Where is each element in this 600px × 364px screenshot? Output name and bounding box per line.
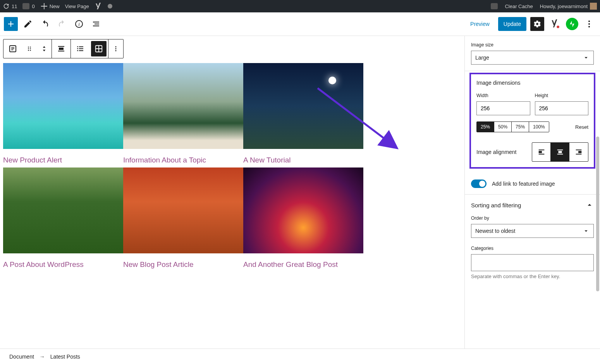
post-featured-image[interactable] (243, 167, 363, 253)
howdy-text: Howdy, joewarnimont (540, 3, 588, 9)
svg-point-10 (28, 48, 29, 50)
move-updown-button[interactable] (37, 39, 52, 58)
notification-icon (491, 3, 498, 9)
post-featured-image[interactable] (123, 167, 243, 253)
add-link-toggle[interactable] (471, 179, 487, 188)
order-by-label: Order by (471, 215, 594, 221)
svg-rect-21 (578, 151, 581, 153)
drag-handle[interactable] (22, 39, 37, 58)
svg-rect-19 (538, 151, 542, 153)
preset-25-button[interactable]: 25% (477, 122, 494, 132)
svg-point-12 (28, 50, 29, 51)
svg-point-17 (115, 48, 117, 50)
align-center-button[interactable] (551, 143, 569, 161)
image-dimensions-panel: Image dimensions Width Height 25% 50% 75… (469, 73, 595, 169)
post-featured-image[interactable] (123, 63, 243, 149)
editor-canvas[interactable]: New Product Alert Information About a To… (0, 36, 464, 349)
svg-rect-7 (10, 46, 16, 52)
adminbar-updates[interactable]: 11 (3, 3, 17, 9)
width-input[interactable] (476, 101, 530, 115)
post-title-link[interactable]: New Blog Post Article (123, 253, 243, 272)
add-link-label: Add link to featured image (492, 181, 555, 187)
image-dimensions-heading: Image dimensions (476, 80, 588, 86)
comments-count: 0 (32, 3, 34, 9)
adminbar-view-page[interactable]: View Page (65, 3, 89, 9)
post-title-link[interactable]: New Product Alert (3, 149, 123, 167)
post-item: New Product Alert (3, 63, 123, 167)
svg-point-13 (30, 50, 31, 51)
width-label: Width (476, 93, 530, 98)
align-right-button[interactable] (569, 143, 588, 161)
post-item: A New Tutorial (243, 63, 363, 167)
order-by-select[interactable]: Newest to oldest (471, 224, 594, 238)
categories-hint: Separate with commas or the Enter key. (471, 273, 594, 279)
svg-point-8 (28, 47, 29, 48)
alignment-group (532, 142, 588, 162)
adminbar-new[interactable]: New (40, 3, 60, 10)
adminbar-notifications[interactable] (491, 3, 498, 9)
edit-mode-button[interactable] (21, 17, 35, 31)
scrollbar[interactable] (596, 137, 599, 291)
block-toolbar (3, 39, 124, 58)
adminbar-comments[interactable]: 0 (22, 3, 34, 9)
block-type-button[interactable] (3, 39, 22, 58)
avatar (590, 3, 597, 10)
post-item: New Blog Post Article (123, 167, 243, 272)
size-preset-group: 25% 50% 75% 100% (476, 121, 549, 132)
align-button[interactable] (52, 39, 70, 58)
adminbar-account[interactable]: Howdy, joewarnimont (540, 3, 597, 10)
svg-point-11 (30, 48, 31, 50)
block-breadcrumb: Document → Latest Posts (0, 349, 600, 364)
svg-rect-15 (96, 46, 102, 52)
preview-button[interactable]: Preview (466, 18, 494, 30)
list-view-button[interactable] (71, 39, 89, 58)
preset-50-button[interactable]: 50% (494, 122, 512, 132)
align-left-button[interactable] (532, 143, 551, 161)
preset-75-button[interactable]: 75% (512, 122, 529, 132)
post-title-link[interactable]: And Another Great Blog Post (243, 253, 363, 272)
svg-point-0 (76, 21, 83, 27)
breadcrumb-block[interactable]: Latest Posts (50, 354, 80, 360)
post-featured-image[interactable] (3, 63, 123, 149)
grid-view-button[interactable] (91, 41, 107, 56)
image-size-select[interactable]: Large (471, 51, 594, 65)
outline-button[interactable] (89, 17, 103, 31)
svg-point-18 (115, 50, 117, 51)
jetpack-button[interactable] (566, 18, 578, 30)
height-input[interactable] (535, 101, 589, 115)
preset-100-button[interactable]: 100% (529, 122, 549, 132)
update-button[interactable]: Update (498, 17, 526, 31)
height-label: Height (535, 93, 589, 98)
new-label: New (50, 3, 60, 9)
post-title-link[interactable]: Information About a Topic (123, 149, 243, 167)
reset-button[interactable]: Reset (575, 124, 588, 130)
adminbar-clear-cache[interactable]: Clear Cache (505, 3, 533, 9)
categories-input[interactable] (471, 254, 594, 271)
post-title-link[interactable]: A Post About WordPress (3, 253, 123, 272)
editor-header: i Preview Update (0, 12, 600, 36)
svg-point-2 (557, 26, 559, 28)
sorting-filtering-header[interactable]: Sorting and filtering (465, 195, 600, 215)
svg-point-4 (588, 23, 590, 25)
undo-button[interactable] (38, 17, 52, 31)
svg-point-9 (30, 47, 31, 48)
yoast-button[interactable] (548, 17, 562, 31)
post-featured-image[interactable] (3, 167, 123, 253)
svg-point-16 (115, 46, 117, 48)
image-size-label: Image size (471, 42, 594, 48)
post-title-link[interactable]: A New Tutorial (243, 149, 363, 167)
more-menu-button[interactable] (582, 17, 596, 31)
image-alignment-label: Image alignment (476, 149, 517, 155)
post-featured-image[interactable] (243, 63, 363, 149)
latest-posts-block[interactable]: New Product Alert Information About a To… (3, 63, 461, 272)
add-block-button[interactable] (4, 17, 18, 31)
settings-button[interactable] (530, 17, 544, 31)
chevron-down-icon (583, 227, 590, 234)
redo-button[interactable] (55, 17, 69, 31)
adminbar-yoast[interactable] (95, 2, 102, 10)
info-button[interactable]: i (72, 17, 86, 31)
admin-bar: 11 0 New View Page Clear Cache Howdy, jo… (0, 0, 600, 12)
breadcrumb-document[interactable]: Document (9, 354, 34, 360)
settings-sidebar: Image size Large Image dimensions Width … (464, 36, 600, 349)
block-more-button[interactable] (108, 39, 123, 58)
